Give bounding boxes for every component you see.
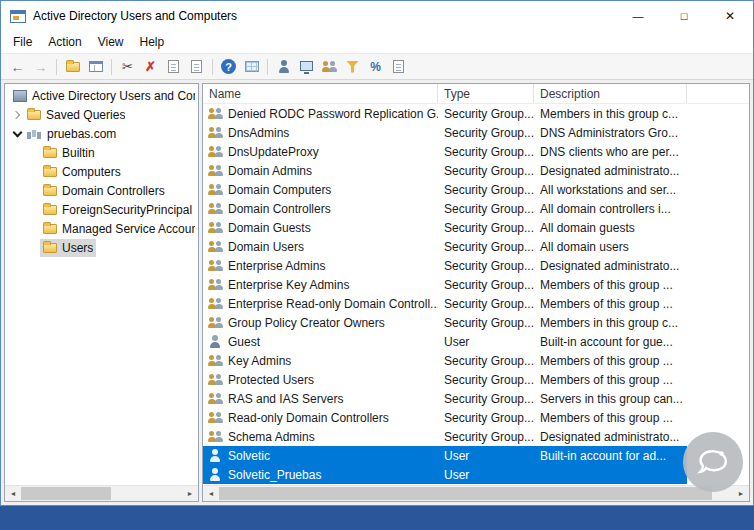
up-one-level-button[interactable] bbox=[61, 56, 84, 78]
column-options-button[interactable] bbox=[240, 56, 263, 78]
scroll-left-button[interactable]: ◄ bbox=[203, 486, 219, 501]
collapse-chevron-icon[interactable] bbox=[10, 127, 24, 141]
new-computer-button[interactable] bbox=[295, 56, 318, 78]
toolbar-separator bbox=[267, 59, 268, 75]
table-row[interactable]: Domain GuestsSecurity Group...All domain… bbox=[203, 218, 687, 237]
table-row[interactable]: RAS and IAS ServersSecurity Group...Serv… bbox=[203, 389, 687, 408]
console-message-button[interactable] bbox=[387, 56, 410, 78]
tree-item-managed-service-accounts[interactable]: Managed Service Accoun bbox=[5, 219, 198, 238]
tree-item-foreign-security-principals[interactable]: ForeignSecurityPrincipal bbox=[5, 200, 198, 219]
tree-item-builtin[interactable]: Builtin bbox=[5, 143, 198, 162]
tree-item-saved-queries[interactable]: Saved Queries bbox=[5, 105, 198, 124]
close-button[interactable]: ✕ bbox=[707, 1, 753, 31]
scrollbar-track[interactable] bbox=[21, 486, 182, 501]
menu-help[interactable]: Help bbox=[132, 32, 173, 52]
cell-type: Security Group... bbox=[438, 221, 534, 235]
scrollbar-track[interactable] bbox=[219, 486, 733, 501]
tree-item-label: Users bbox=[62, 241, 93, 255]
table-row[interactable]: Protected UsersSecurity Group...Members … bbox=[203, 370, 687, 389]
tree-item-domain[interactable]: pruebas.com bbox=[5, 124, 198, 143]
column-header-description[interactable]: Description bbox=[534, 84, 687, 103]
menu-file[interactable]: File bbox=[5, 32, 40, 52]
minimize-button[interactable]: — bbox=[615, 1, 661, 31]
tree-item-domain-controllers[interactable]: Domain Controllers bbox=[5, 181, 198, 200]
forward-button[interactable]: → bbox=[29, 56, 52, 78]
column-header-name[interactable]: Name bbox=[203, 84, 438, 103]
table-row-selected[interactable]: SolveticUserBuilt-in account for ad... bbox=[203, 446, 687, 465]
table-row[interactable]: Domain UsersSecurity Group...All domain … bbox=[203, 237, 687, 256]
table-row[interactable]: Schema AdminsSecurity Group...Designated… bbox=[203, 427, 687, 446]
cell-type: Security Group... bbox=[438, 430, 534, 444]
cell-type: Security Group... bbox=[438, 354, 534, 368]
user-icon bbox=[208, 335, 223, 348]
security-group-icon bbox=[208, 164, 223, 177]
delete-button[interactable]: ✗ bbox=[139, 56, 162, 78]
new-group-icon bbox=[322, 60, 337, 73]
cell-name: Read-only Domain Controllers bbox=[228, 411, 389, 425]
table-row-selected[interactable]: Solvetic_PruebasUser bbox=[203, 465, 687, 484]
scroll-right-button[interactable]: ► bbox=[733, 486, 749, 501]
table-row[interactable]: Group Policy Creator OwnersSecurity Grou… bbox=[203, 313, 687, 332]
cut-icon: ✂ bbox=[122, 60, 133, 73]
tree-item-computers[interactable]: Computers bbox=[5, 162, 198, 181]
table-row[interactable]: Key AdminsSecurity Group...Members of th… bbox=[203, 351, 687, 370]
tree-item-label: Saved Queries bbox=[46, 108, 125, 122]
scroll-right-button[interactable]: ► bbox=[182, 486, 198, 501]
new-user-button[interactable] bbox=[272, 56, 295, 78]
cell-type: Security Group... bbox=[438, 107, 534, 121]
table-row[interactable]: Enterprise AdminsSecurity Group...Design… bbox=[203, 256, 687, 275]
folder-icon bbox=[43, 243, 57, 253]
scroll-left-button[interactable]: ◄ bbox=[5, 486, 21, 501]
cut-button[interactable]: ✂ bbox=[116, 56, 139, 78]
table-row[interactable]: Enterprise Read-only Domain Controll...S… bbox=[203, 294, 687, 313]
folder-icon bbox=[43, 148, 57, 158]
table-row[interactable]: Denied RODC Password Replication G...Sec… bbox=[203, 104, 687, 123]
table-row[interactable]: Domain ComputersSecurity Group...All wor… bbox=[203, 180, 687, 199]
list-horizontal-scrollbar: ◄ ► bbox=[203, 485, 749, 501]
show-console-tree-button[interactable] bbox=[84, 56, 107, 78]
table-row[interactable]: DnsUpdateProxySecurity Group...DNS clien… bbox=[203, 142, 687, 161]
table-row[interactable]: Domain ControllersSecurity Group...All d… bbox=[203, 199, 687, 218]
taskbar bbox=[0, 506, 754, 530]
new-group-button[interactable] bbox=[318, 56, 341, 78]
column-options-icon bbox=[245, 61, 259, 72]
cell-type: Security Group... bbox=[438, 259, 534, 273]
security-group-icon bbox=[208, 145, 223, 158]
security-group-icon bbox=[208, 202, 223, 215]
cell-name: Group Policy Creator Owners bbox=[228, 316, 385, 330]
menu-view[interactable]: View bbox=[90, 32, 132, 52]
properties-button[interactable] bbox=[162, 56, 185, 78]
list-body: Denied RODC Password Replication G...Sec… bbox=[203, 104, 749, 485]
table-row[interactable]: GuestUserBuilt-in account for gue... bbox=[203, 332, 687, 351]
cell-name: Key Admins bbox=[228, 354, 291, 368]
cell-name: Enterprise Read-only Domain Controll... bbox=[228, 297, 438, 311]
cell-description: Built-in account for gue... bbox=[534, 335, 687, 349]
maximize-button[interactable]: □ bbox=[661, 1, 707, 31]
advanced-options-button[interactable]: % bbox=[364, 56, 387, 78]
app-icon[interactable] bbox=[10, 10, 26, 23]
cell-type: Security Group... bbox=[438, 297, 534, 311]
table-row[interactable]: Enterprise Key AdminsSecurity Group...Me… bbox=[203, 275, 687, 294]
aduc-root-icon bbox=[13, 90, 27, 102]
cell-name: DnsUpdateProxy bbox=[228, 145, 319, 159]
scrollbar-thumb[interactable] bbox=[21, 487, 111, 500]
help-button[interactable]: ? bbox=[217, 56, 240, 78]
scrollbar-thumb[interactable] bbox=[219, 487, 712, 500]
table-row[interactable]: DnsAdminsSecurity Group...DNS Administra… bbox=[203, 123, 687, 142]
menu-action[interactable]: Action bbox=[40, 32, 89, 52]
tree-item-users[interactable]: Users bbox=[5, 238, 198, 257]
toolbar-separator bbox=[212, 59, 213, 75]
table-row[interactable]: Domain AdminsSecurity Group...Designated… bbox=[203, 161, 687, 180]
chevron-slot bbox=[26, 165, 40, 179]
table-row[interactable]: Read-only Domain ControllersSecurity Gro… bbox=[203, 408, 687, 427]
tree-item-label: ForeignSecurityPrincipal bbox=[62, 203, 192, 217]
cell-type: Security Group... bbox=[438, 392, 534, 406]
tree-item-root[interactable]: Active Directory Users and Com bbox=[5, 86, 198, 105]
cell-type: Security Group... bbox=[438, 183, 534, 197]
expand-chevron-icon[interactable] bbox=[10, 108, 24, 122]
set-filter-button[interactable] bbox=[341, 56, 364, 78]
column-header-type[interactable]: Type bbox=[438, 84, 534, 103]
toolbar-separator bbox=[56, 59, 57, 75]
back-button[interactable]: ← bbox=[6, 56, 29, 78]
export-list-button[interactable] bbox=[185, 56, 208, 78]
